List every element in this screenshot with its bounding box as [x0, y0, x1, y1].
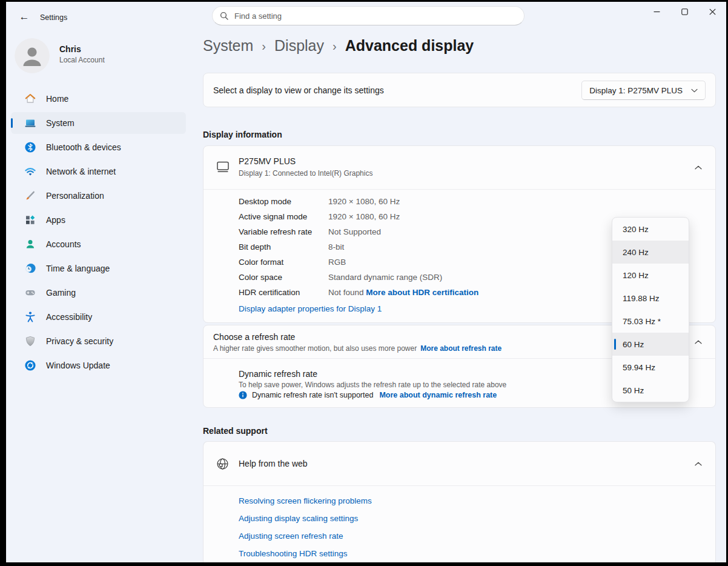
display-adapter-properties-link[interactable]: Display adapter properties for Display 1: [239, 304, 382, 313]
rate-option-75-03hz[interactable]: 75.03 Hz *: [612, 310, 689, 333]
sidebar-item-gaming[interactable]: Gaming: [11, 282, 186, 304]
sidebar-item-system[interactable]: System: [11, 112, 186, 134]
privacy-icon: [24, 335, 36, 347]
bluetooth-icon: [24, 141, 36, 153]
breadcrumb: System › Display › Advanced display: [203, 37, 474, 55]
refresh-rate-title: Choose a refresh rate: [213, 332, 295, 342]
rate-option-320hz[interactable]: 320 Hz: [612, 218, 689, 241]
sidebar-item-label: Bluetooth & devices: [46, 142, 121, 152]
dynamic-refresh-rate-status: Dynamic refresh rate isn't supported Mor…: [239, 391, 497, 399]
help-from-web-title: Help from the web: [239, 459, 308, 468]
collapse-help-button[interactable]: [689, 455, 708, 472]
back-button[interactable]: ←: [15, 8, 34, 26]
display-select-value: Display 1: P275MV PLUS: [589, 86, 683, 95]
globe-search-icon: [216, 457, 230, 471]
sidebar: Chris Local Account Home System Bluetoot…: [6, 32, 200, 562]
sidebar-item-label: Windows Update: [46, 361, 110, 370]
display-information-heading: Display information: [203, 130, 282, 139]
search-icon: [220, 12, 228, 20]
system-icon: [24, 117, 36, 129]
dynamic-refresh-rate-title: Dynamic refresh rate: [239, 369, 317, 379]
sidebar-item-home[interactable]: Home: [11, 88, 186, 110]
chevron-up-icon: [695, 340, 702, 344]
rate-option-60hz[interactable]: 60 Hz: [612, 333, 689, 356]
dynamic-status-text: Dynamic refresh rate isn't supported: [252, 391, 373, 399]
select-display-card: Select a display to view or change its s…: [203, 73, 716, 107]
sidebar-item-bluetooth-devices[interactable]: Bluetooth & devices: [11, 136, 186, 158]
rate-option-59-94hz[interactable]: 59.94 Hz: [612, 356, 689, 379]
close-icon: [709, 8, 716, 15]
back-icon: ←: [19, 11, 30, 22]
sidebar-item-privacy-security[interactable]: Privacy & security: [11, 330, 186, 352]
rate-option-119-88hz[interactable]: 119.88 Hz: [612, 287, 689, 310]
apps-icon: [24, 214, 36, 226]
sidebar-item-accounts[interactable]: Accounts: [11, 233, 186, 255]
sidebar-item-label: Time & language: [46, 264, 110, 273]
maximize-button[interactable]: [670, 2, 698, 21]
app-title: Settings: [40, 13, 67, 22]
gaming-icon: [24, 287, 36, 299]
sidebar-item-label: Home: [46, 94, 68, 104]
info-icon: [239, 391, 247, 399]
settings-window: ← Settings Chris Local Account Home: [6, 2, 726, 562]
titlebar: ← Settings: [6, 2, 726, 32]
breadcrumb-separator-icon: ›: [333, 38, 337, 53]
more-about-refresh-rate-link[interactable]: More about refresh rate: [420, 344, 501, 353]
collapse-refresh-rate-button[interactable]: [689, 333, 708, 350]
sidebar-item-label: Gaming: [46, 288, 76, 298]
sidebar-item-apps[interactable]: Apps: [11, 209, 186, 231]
help-link-hdr-settings[interactable]: Troubleshooting HDR settings: [239, 549, 715, 562]
dynamic-refresh-rate-subtitle: To help save power, Windows adjusts the …: [239, 381, 506, 389]
sidebar-item-label: Personalization: [46, 191, 104, 201]
search-input[interactable]: [234, 12, 517, 21]
sidebar-item-network-internet[interactable]: Network & internet: [11, 161, 186, 182]
chevron-up-icon: [695, 462, 702, 466]
display-information-header[interactable]: P275MV PLUS Display 1: Connected to Inte…: [204, 146, 715, 189]
breadcrumb-separator-icon: ›: [262, 38, 266, 53]
monitor-icon: [216, 161, 230, 173]
accessibility-icon: [24, 311, 36, 323]
sidebar-item-accessibility[interactable]: Accessibility: [11, 306, 186, 328]
more-about-hdr-link[interactable]: More about HDR certification: [366, 288, 478, 297]
sidebar-item-windows-update[interactable]: Windows Update: [11, 355, 186, 376]
rate-option-120hz[interactable]: 120 Hz: [612, 264, 689, 287]
display-name: P275MV PLUS: [239, 156, 296, 166]
display-connection: Display 1: Connected to Intel(R) Graphic…: [239, 169, 372, 178]
select-display-label: Select a display to view or change its s…: [213, 85, 384, 95]
close-button[interactable]: [698, 2, 726, 21]
breadcrumb-system[interactable]: System: [203, 37, 253, 55]
sidebar-item-personalization[interactable]: Personalization: [11, 185, 186, 207]
refresh-rate-flyout: 320 Hz 240 Hz 120 Hz 119.88 Hz 75.03 Hz …: [612, 217, 689, 402]
display-select-dropdown[interactable]: Display 1: P275MV PLUS: [581, 81, 706, 100]
breadcrumb-display[interactable]: Display: [274, 37, 324, 55]
related-support-heading: Related support: [203, 426, 268, 436]
avatar[interactable]: [15, 38, 50, 73]
sidebar-nav: Home System Bluetooth & devices Network …: [11, 88, 186, 379]
sidebar-item-label: Apps: [46, 215, 65, 225]
search-box[interactable]: [212, 6, 524, 25]
minimize-button[interactable]: [643, 2, 670, 21]
chevron-down-icon: [691, 88, 698, 93]
help-link-display-scaling[interactable]: Adjusting display scaling settings: [239, 514, 715, 531]
network-icon: [24, 165, 36, 178]
help-header[interactable]: Help from the web: [204, 442, 715, 485]
more-about-dynamic-refresh-rate-link[interactable]: More about dynamic refresh rate: [379, 391, 497, 399]
rate-option-240hz[interactable]: 240 Hz: [612, 241, 689, 264]
help-link-refresh-rate[interactable]: Adjusting screen refresh rate: [239, 531, 715, 549]
home-icon: [24, 93, 36, 105]
chevron-up-icon: [695, 165, 702, 170]
time-language-icon: [24, 262, 36, 275]
maximize-icon: [681, 8, 688, 15]
sidebar-item-label: Network & internet: [46, 167, 116, 176]
sidebar-item-label: Privacy & security: [46, 336, 113, 346]
help-link-screen-flickering[interactable]: Resolving screen flickering problems: [239, 496, 715, 514]
user-silhouette-icon: [15, 38, 50, 73]
sidebar-item-label: Accessibility: [46, 312, 92, 322]
sidebar-item-time-language[interactable]: Time & language: [11, 258, 186, 279]
window-controls: [643, 2, 726, 21]
rate-option-50hz[interactable]: 50 Hz: [612, 379, 689, 402]
windows-update-icon: [24, 359, 36, 371]
collapse-display-info-button[interactable]: [689, 159, 708, 176]
minimize-icon: [654, 8, 660, 15]
accounts-icon: [24, 238, 36, 250]
